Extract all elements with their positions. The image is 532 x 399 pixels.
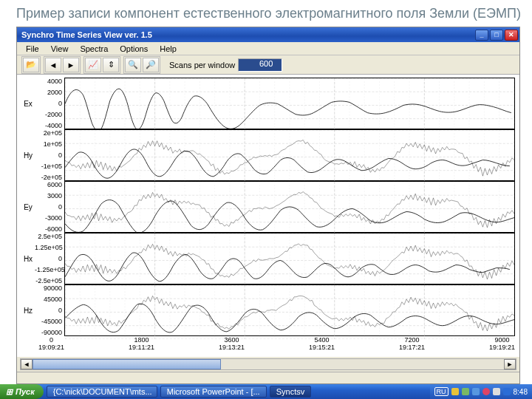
chart-button[interactable]: 📈: [85, 58, 101, 72]
scroll-right-button[interactable]: ►: [504, 359, 516, 369]
zoom-y-button[interactable]: ⇕: [103, 58, 119, 72]
x-tick: 019:09:21: [51, 336, 77, 351]
scans-input[interactable]: 600: [238, 58, 282, 72]
menubar: File View Spectra Options Help: [17, 42, 519, 55]
close-button[interactable]: ✕: [505, 30, 518, 41]
chart-row-Hz: Hz90000450000-45000-90000: [21, 284, 515, 336]
y-ticks: 600030000-3000-6000: [35, 181, 64, 233]
taskbar-item[interactable]: {C:\nick\DOCUMENT\mts...: [47, 386, 157, 398]
scroll-thumb[interactable]: [33, 359, 221, 369]
chart-row-Ey: Ey600030000-3000-6000: [21, 181, 515, 233]
chart-canvas[interactable]: [64, 78, 515, 129]
next-button[interactable]: ►: [63, 58, 79, 72]
open-button[interactable]: 📂: [23, 58, 39, 72]
chart-canvas[interactable]: [64, 181, 515, 233]
taskbar-item[interactable]: Microsoft PowerPoint - [...: [160, 386, 267, 398]
scans-label: Scans per window: [169, 61, 235, 69]
system-tray: RU 8:48: [430, 384, 532, 399]
x-tick: 180019:11:21: [141, 336, 167, 351]
menu-spectra[interactable]: Spectra: [75, 44, 112, 54]
taskbar-item[interactable]: Synctsv: [270, 386, 312, 398]
y-label: Ex: [21, 78, 35, 129]
tray-icon[interactable]: [462, 388, 469, 395]
maximize-button[interactable]: □: [490, 30, 503, 41]
language-indicator[interactable]: RU: [434, 387, 449, 396]
menu-help[interactable]: Help: [155, 44, 181, 54]
y-ticks: 400020000-2000-4000: [35, 78, 64, 129]
scroll-left-button[interactable]: ◄: [21, 359, 33, 369]
x-tick: 720019:17:21: [412, 336, 437, 351]
menu-view[interactable]: View: [47, 44, 73, 54]
chart-row-Ex: Ex400020000-2000-4000: [21, 78, 515, 129]
toolbar: 📂 ◄ ► 📈 ⇕ 🔍 🔎 Scans per window 600: [17, 55, 519, 75]
start-label: Пуск: [16, 387, 35, 396]
minimize-button[interactable]: _: [475, 30, 488, 41]
x-axis: 019:09:21180019:11:21360019:13:21540019:…: [21, 336, 515, 357]
scroll-track[interactable]: [33, 359, 504, 369]
x-tick: 540019:15:21: [321, 336, 347, 351]
y-label: Hy: [21, 129, 35, 181]
bluetooth-icon[interactable]: [503, 388, 511, 395]
start-button[interactable]: ⊞ Пуск: [0, 384, 44, 399]
y-label: Hx: [21, 233, 35, 284]
slide-title: Пример записи компонент естественного эл…: [0, 0, 532, 26]
tray-icon[interactable]: [451, 388, 459, 395]
y-label: Hz: [21, 284, 35, 336]
y-ticks: 90000450000-45000-90000: [35, 284, 64, 336]
titlebar[interactable]: Synchro Time Series View ver. 1.5 _ □ ✕: [17, 27, 519, 42]
tray-icon[interactable]: [482, 388, 490, 395]
plot-area: Ex400020000-2000-4000Hy2e+051e+050-1e+05…: [17, 75, 519, 357]
window-title: Synchro Time Series View ver. 1.5: [21, 30, 475, 39]
statusbar: [17, 372, 519, 383]
menu-options[interactable]: Options: [115, 44, 152, 54]
prev-button[interactable]: ◄: [45, 58, 61, 72]
zoom-in-button[interactable]: 🔍: [125, 58, 141, 72]
menu-file[interactable]: File: [21, 44, 44, 54]
app-window: Synchro Time Series View ver. 1.5 _ □ ✕ …: [16, 27, 520, 384]
chart-row-Hy: Hy2e+051e+050-1e+05-2e+05: [21, 129, 515, 181]
chart-row-Hx: Hx2.5e+051.25e+050-1.25e+05-2.5e+05: [21, 233, 515, 284]
horizontal-scrollbar[interactable]: ◄ ►: [20, 358, 516, 370]
chart-canvas[interactable]: [64, 284, 515, 336]
chart-canvas[interactable]: [64, 233, 515, 284]
chart-canvas[interactable]: [64, 129, 515, 181]
y-ticks: 2.5e+051.25e+050-1.25e+05-2.5e+05: [35, 233, 64, 284]
tray-icon[interactable]: [493, 388, 500, 395]
taskbar: ⊞ Пуск {C:\nick\DOCUMENT\mts...Microsoft…: [0, 384, 532, 399]
tray-icon[interactable]: [472, 388, 480, 395]
windows-logo-icon: ⊞: [6, 387, 13, 397]
y-ticks: 2e+051e+050-1e+05-2e+05: [35, 129, 64, 181]
y-label: Ey: [21, 181, 35, 233]
zoom-out-button[interactable]: 🔎: [143, 58, 159, 72]
clock[interactable]: 8:48: [514, 388, 528, 396]
x-tick: 360019:13:21: [231, 336, 257, 351]
x-tick: 900019:19:21: [502, 336, 528, 351]
